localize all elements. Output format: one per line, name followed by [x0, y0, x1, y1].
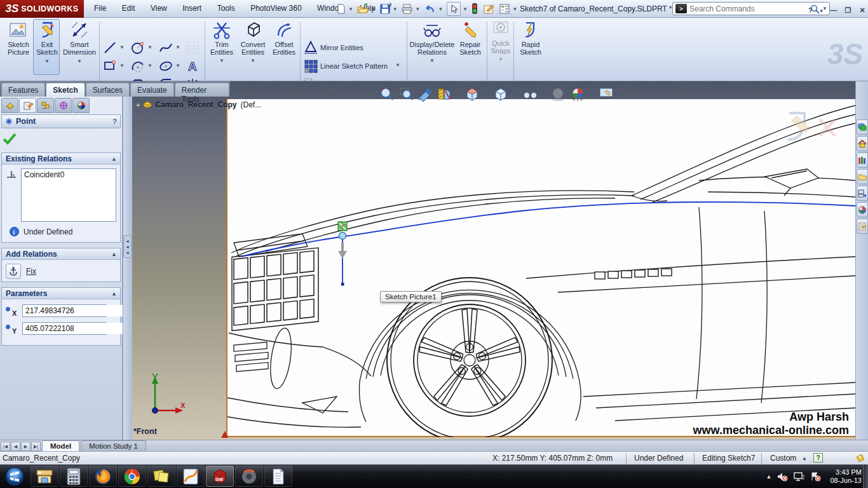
close-button[interactable]: ✕ — [858, 6, 867, 15]
scroll-left-icon[interactable]: ◀ — [11, 442, 20, 451]
panel-help-icon[interactable]: ? — [112, 118, 117, 125]
save-dropdown-icon[interactable]: ▼ — [393, 6, 398, 12]
taskbar-photoview[interactable] — [235, 466, 263, 487]
network-icon[interactable] — [793, 471, 804, 482]
rapid-sketch-button[interactable]: Rapid Sketch — [516, 20, 545, 56]
splitter-handle[interactable]: ◄◄◄ — [123, 235, 132, 258]
circle-flyout-icon[interactable]: ▼ — [147, 44, 153, 50]
repair-sketch-button[interactable]: Repair Sketch — [455, 20, 485, 56]
section-view-icon[interactable] — [436, 86, 452, 102]
print-icon[interactable] — [401, 2, 413, 16]
file-properties-icon[interactable] — [483, 2, 495, 16]
show-desktop-button[interactable] — [863, 464, 868, 488]
search-scope-icon[interactable]: > — [675, 4, 687, 13]
tray-expand-icon[interactable]: ▲ — [766, 473, 772, 480]
arc-tool-icon[interactable] — [130, 58, 146, 74]
unit-system-selector[interactable]: Custom — [770, 454, 796, 463]
taskbar-calculator[interactable] — [60, 466, 88, 487]
menu-view[interactable]: View — [144, 0, 173, 18]
sketch-picture-canvas[interactable]: Awp Harsh www.mechanical-online.com — [226, 99, 855, 437]
realview-dropdown-icon[interactable]: ▼ — [590, 92, 595, 97]
tab-surfaces[interactable]: Surfaces — [86, 83, 130, 97]
drag-handle-icon[interactable] — [338, 251, 347, 259]
options-icon[interactable] — [499, 2, 510, 16]
start-button[interactable] — [4, 466, 25, 487]
open-dropdown-icon[interactable]: ▼ — [370, 6, 376, 12]
taskbar-windows-journal[interactable] — [177, 466, 205, 487]
displaymanager-tab[interactable] — [72, 98, 90, 113]
view-orientation-icon[interactable] — [465, 86, 480, 102]
line-flyout-icon[interactable]: ▼ — [119, 44, 125, 50]
configurationmanager-tab[interactable] — [37, 98, 54, 113]
arc-flyout-icon[interactable]: ▼ — [147, 63, 153, 69]
tags-icon[interactable] — [855, 453, 865, 463]
new-document-icon[interactable] — [336, 2, 346, 16]
taskbar-sticky-notes[interactable] — [147, 466, 175, 487]
spline-tool-icon[interactable] — [158, 39, 174, 56]
menu-insert[interactable]: Insert — [176, 0, 208, 18]
mirror-entities-label[interactable]: Mirror Entities — [320, 44, 363, 51]
rectangle-flyout-icon[interactable]: ▼ — [119, 63, 125, 69]
offset-entities-button[interactable]: Offset Entities — [269, 20, 299, 56]
graphics-viewport[interactable]: Awp Harsh www.mechanical-online.com + Ca… — [132, 81, 855, 440]
linear-pattern-dropdown-icon[interactable]: ▼ — [395, 62, 400, 68]
existing-relations-header[interactable]: Existing Relations ▲ — [2, 153, 120, 165]
taskbar-solidworks[interactable]: SW — [206, 466, 234, 487]
edit-appearance-icon[interactable] — [598, 86, 614, 102]
file-explorer-icon[interactable] — [857, 169, 868, 184]
tab-sketch[interactable]: Sketch — [46, 83, 85, 97]
text-tool-icon[interactable]: A — [184, 58, 201, 74]
menu-edit[interactable]: Edit — [116, 0, 142, 18]
parameters-header[interactable]: Parameters ▲ — [2, 288, 120, 299]
view-palette-icon[interactable] — [857, 186, 868, 201]
menu-file[interactable]: File — [88, 0, 112, 18]
trim-dropdown-icon[interactable]: ▼ — [219, 57, 224, 65]
spline-flyout-icon[interactable]: ▼ — [175, 44, 180, 50]
ok-check-icon[interactable] — [3, 132, 17, 145]
app-help-icon[interactable]: ? — [806, 6, 815, 14]
exit-sketch-dropdown-icon[interactable]: ▼ — [44, 58, 50, 65]
volume-muted-icon[interactable] — [776, 471, 788, 482]
display-delete-dropdown-icon[interactable]: ▼ — [430, 57, 435, 65]
scroll-first-icon[interactable]: |◀ — [1, 442, 10, 451]
taskbar-notepad[interactable] — [264, 466, 292, 487]
rebuild-traffic-light-icon[interactable] — [471, 2, 478, 16]
realview-icon[interactable] — [569, 86, 585, 102]
select-dropdown-icon[interactable]: ▼ — [463, 6, 468, 12]
selected-point-handle[interactable] — [339, 233, 346, 240]
sketch-confirmation-corner[interactable] — [783, 108, 840, 152]
tab-features[interactable]: Features — [1, 83, 45, 97]
sketch-picture-button[interactable]: Sketch Picture — [4, 20, 33, 56]
print-dropdown-icon[interactable]: ▼ — [415, 6, 420, 12]
unit-system-arrow-icon[interactable]: ▲ — [802, 456, 807, 461]
action-center-flag-icon[interactable] — [810, 471, 821, 482]
tab-evaluate[interactable]: Evaluate — [130, 83, 174, 97]
x-coordinate-input[interactable] — [23, 305, 126, 316]
restore-button[interactable]: ❐ — [844, 6, 853, 15]
display-delete-relations-button[interactable]: Display/Delete Relations ▼ — [409, 20, 455, 65]
taskbar-windows-explorer[interactable] — [31, 466, 58, 487]
menu-tools[interactable]: Tools — [211, 0, 241, 18]
propertymanager-tab[interactable] — [19, 98, 36, 113]
quick-tips-icon[interactable]: ? — [813, 453, 823, 463]
convert-dropdown-icon[interactable]: ▼ — [250, 57, 255, 65]
collapse-chevron-icon[interactable]: ▲ — [111, 290, 116, 297]
tab-render-tools[interactable]: Render Tools — [175, 83, 229, 97]
options-dropdown-icon[interactable]: ▼ — [512, 6, 517, 12]
scroll-last-icon[interactable]: ▶| — [31, 442, 41, 451]
edit-appearance-dropdown-icon[interactable]: ▼ — [618, 92, 623, 97]
featuremanager-tab[interactable] — [1, 98, 18, 113]
tree-expand-icon[interactable]: + — [136, 101, 140, 109]
home-icon[interactable] — [857, 136, 868, 151]
display-style-icon[interactable] — [493, 86, 509, 102]
motion-study-tab[interactable]: Motion Study 1 — [81, 440, 146, 451]
view-orientation-dropdown-icon[interactable]: ▼ — [485, 92, 490, 97]
help-dropdown-icon[interactable]: ▼ — [819, 8, 824, 14]
custom-properties-icon[interactable] — [857, 219, 868, 234]
collapse-chevron-icon[interactable]: ▲ — [111, 156, 116, 162]
line-tool-icon[interactable] — [102, 39, 118, 56]
appearances-icon[interactable] — [857, 202, 868, 217]
taskbar-chrome[interactable] — [118, 466, 146, 487]
relations-listbox[interactable]: Coincident0 — [21, 168, 116, 222]
design-library-icon[interactable] — [857, 152, 868, 168]
